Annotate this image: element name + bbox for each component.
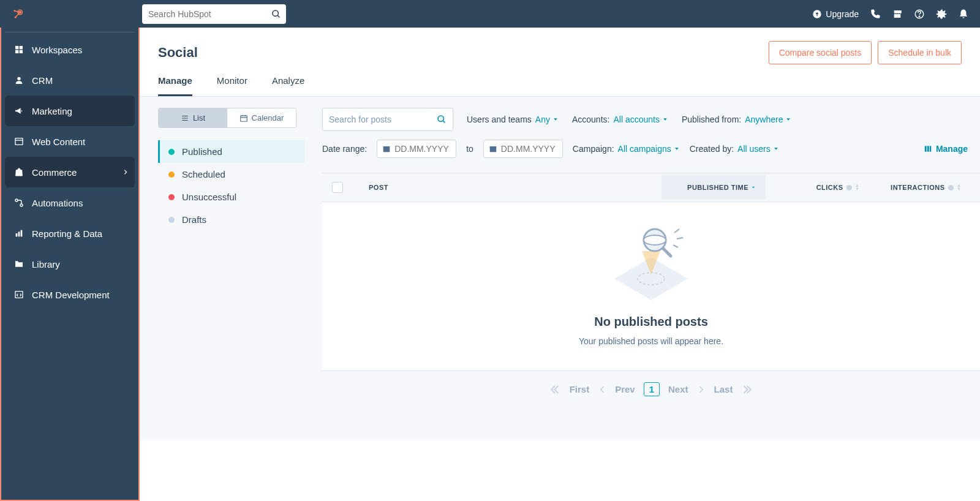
sidebar-item-workspaces[interactable]: Workspaces: [5, 34, 135, 65]
prev-chevron-icon[interactable]: [598, 385, 606, 394]
compare-posts-button[interactable]: Compare social posts: [769, 41, 872, 64]
columns-icon: [924, 145, 932, 153]
sidebar-item-library[interactable]: Library: [5, 249, 135, 279]
status-scheduled[interactable]: Scheduled: [158, 163, 305, 186]
next-chevron-icon[interactable]: [697, 385, 706, 394]
svg-rect-32: [383, 146, 390, 148]
view-toggle: List Calendar: [158, 108, 296, 128]
view-calendar-label: Calendar: [252, 113, 284, 122]
col-published-time[interactable]: PUBLISHED TIME: [662, 175, 766, 200]
topbar-right: Upgrade: [812, 9, 980, 20]
logo-slot: [0, 9, 140, 20]
svg-point-13: [17, 77, 20, 80]
upgrade-icon: [812, 9, 822, 19]
date-from-input[interactable]: [377, 140, 456, 158]
campaign-dropdown[interactable]: All campaigns: [618, 144, 680, 154]
tabs: Manage Monitor Analyze: [140, 64, 980, 97]
sidebar-item-reporting[interactable]: Reporting & Data: [5, 218, 135, 249]
date-to-field[interactable]: [501, 144, 557, 154]
status-label: Scheduled: [182, 169, 225, 179]
created-by-dropdown[interactable]: All users: [737, 144, 779, 154]
manage-columns-link[interactable]: Manage: [924, 144, 980, 154]
svg-rect-37: [930, 146, 931, 151]
status-published[interactable]: Published: [158, 140, 305, 163]
pager-last[interactable]: Last: [714, 384, 733, 394]
empty-state: No published posts Your published posts …: [322, 202, 980, 371]
svg-rect-10: [20, 46, 23, 49]
marketplace-icon[interactable]: [892, 9, 903, 20]
phone-icon[interactable]: [870, 9, 881, 20]
created-by-label: Created by:: [690, 144, 734, 154]
sidebar-item-label: Marketing: [32, 106, 72, 116]
info-icon: [846, 184, 853, 191]
chevron-right-icon: [123, 169, 129, 175]
col-post[interactable]: POST: [359, 175, 662, 200]
post-search[interactable]: [322, 108, 453, 131]
tab-analyze[interactable]: Analyze: [272, 75, 304, 96]
help-icon[interactable]: [914, 9, 925, 20]
status-unsuccessful[interactable]: Unsuccessful: [158, 186, 305, 208]
svg-rect-14: [15, 138, 23, 145]
view-list-label: List: [193, 113, 205, 122]
status-label: Unsuccessful: [182, 192, 236, 202]
svg-point-43: [644, 235, 666, 245]
svg-line-5: [277, 15, 279, 17]
view-calendar-button[interactable]: Calendar: [227, 108, 296, 127]
svg-rect-21: [15, 292, 23, 298]
hubspot-logo-icon[interactable]: [12, 9, 23, 20]
select-all-checkbox[interactable]: [332, 182, 343, 193]
code-icon: [13, 289, 24, 300]
tab-manage[interactable]: Manage: [158, 75, 192, 96]
sidebar-item-crm[interactable]: CRM: [5, 65, 135, 96]
folder-icon: [13, 258, 24, 269]
svg-rect-12: [20, 50, 23, 53]
col-clicks[interactable]: CLICKS ▲▼: [766, 175, 870, 200]
sort-down-icon: [751, 185, 756, 190]
sidebar-item-label: Commerce: [32, 167, 77, 178]
sidebar-item-crm-dev[interactable]: CRM Development: [5, 279, 135, 310]
svg-line-45: [674, 229, 679, 233]
svg-point-29: [438, 116, 443, 121]
pager-prev[interactable]: Prev: [615, 384, 635, 394]
sidebar-item-automations[interactable]: Automations: [5, 187, 135, 218]
empty-subtext: Your published posts will appear here.: [322, 336, 980, 346]
pager-first[interactable]: First: [570, 384, 590, 394]
sidebar-item-label: Automations: [32, 198, 83, 208]
sidebar: Workspaces CRM Marketing Web Content Com…: [0, 28, 140, 501]
tab-monitor[interactable]: Monitor: [217, 75, 247, 96]
campaign-label: Campaign:: [573, 144, 614, 154]
last-double-chevron-icon[interactable]: [741, 384, 752, 395]
status-dot-icon: [168, 217, 175, 223]
status-drafts[interactable]: Drafts: [158, 208, 305, 231]
sidebar-item-commerce[interactable]: Commerce: [5, 157, 135, 187]
first-double-chevron-icon[interactable]: [550, 384, 561, 395]
pager-current[interactable]: 1: [644, 382, 660, 396]
svg-point-16: [15, 199, 18, 202]
search-icon: [271, 9, 281, 19]
date-from-field[interactable]: [394, 144, 451, 154]
sidebar-item-web-content[interactable]: Web Content: [5, 126, 135, 157]
upgrade-button[interactable]: Upgrade: [812, 9, 859, 19]
schedule-bulk-button[interactable]: Schedule in bulk: [878, 41, 962, 64]
col-interactions[interactable]: INTERACTIONS ▲▼: [870, 175, 980, 200]
main-content: Social Compare social posts Schedule in …: [140, 28, 980, 501]
post-search-input[interactable]: [323, 115, 453, 124]
users-teams-dropdown[interactable]: Any: [535, 115, 559, 124]
gear-icon[interactable]: [936, 9, 947, 20]
pager-next[interactable]: Next: [668, 384, 688, 394]
global-search[interactable]: [142, 4, 286, 24]
bell-icon[interactable]: [958, 9, 969, 20]
date-range-label: Date range:: [322, 144, 367, 154]
published-from-dropdown[interactable]: Anywhere: [745, 115, 791, 124]
topbar: Upgrade: [0, 0, 980, 28]
date-to-input[interactable]: [483, 140, 563, 158]
view-list-button[interactable]: List: [159, 108, 227, 127]
sort-icon: ▲▼: [957, 184, 962, 191]
sidebar-item-label: CRM Development: [32, 290, 110, 300]
sort-icon: ▲▼: [855, 184, 860, 191]
accounts-dropdown[interactable]: All accounts: [613, 115, 668, 124]
global-search-input[interactable]: [142, 9, 286, 19]
chart-icon: [13, 228, 24, 239]
upgrade-label: Upgrade: [826, 9, 859, 19]
sidebar-item-marketing[interactable]: Marketing: [5, 96, 135, 126]
